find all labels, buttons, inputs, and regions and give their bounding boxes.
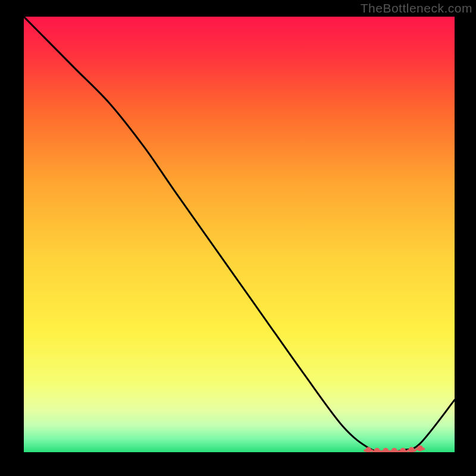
watermark-text: TheBottleneck.com xyxy=(361,1,472,15)
bottleneck-chart xyxy=(24,17,455,452)
chart-frame: TheBottleneck.com xyxy=(0,0,476,476)
chart-svg xyxy=(24,17,455,452)
